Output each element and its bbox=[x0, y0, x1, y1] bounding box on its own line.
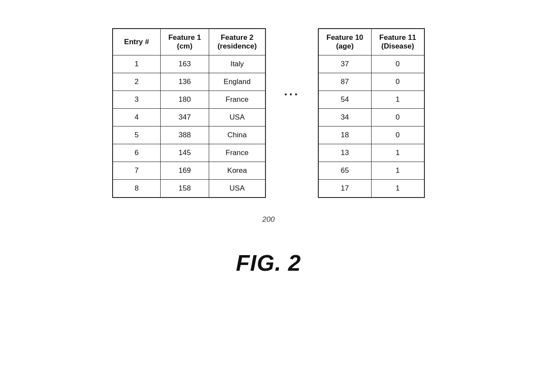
left-table-row: 3180France bbox=[113, 91, 265, 109]
left-table-row: 2136England bbox=[113, 73, 265, 91]
right-cell-feature11-7: 1 bbox=[371, 180, 424, 198]
left-cell-feature2-2: France bbox=[209, 91, 265, 109]
right-table-row: 171 bbox=[318, 180, 424, 198]
right-table-row: 651 bbox=[318, 162, 424, 180]
fig-label: FIG. 2 bbox=[236, 250, 301, 276]
right-table-row: 180 bbox=[318, 126, 424, 144]
left-table-row: 1163Italy bbox=[113, 55, 265, 73]
page-container: Entry # Feature 1(cm) Feature 2(residenc… bbox=[0, 0, 537, 392]
left-table-row: 7169Korea bbox=[113, 162, 265, 180]
right-cell-feature10-5: 13 bbox=[318, 144, 372, 162]
left-cell-feature2-4: China bbox=[209, 126, 265, 144]
tables-section: Entry # Feature 1(cm) Feature 2(residenc… bbox=[112, 28, 425, 198]
left-cell-feature2-5: France bbox=[209, 144, 265, 162]
right-table-row: 370 bbox=[318, 55, 424, 73]
left-cell-feature1-5: 145 bbox=[160, 144, 209, 162]
right-cell-feature11-3: 0 bbox=[371, 109, 424, 126]
right-table-row: 870 bbox=[318, 73, 424, 91]
left-cell-feature1-7: 158 bbox=[160, 180, 209, 198]
right-cell-feature10-2: 54 bbox=[318, 91, 372, 109]
left-cell-feature2-6: Korea bbox=[209, 162, 265, 180]
right-cell-feature10-6: 65 bbox=[318, 162, 372, 180]
left-cell-entry-4: 5 bbox=[113, 126, 160, 144]
header-feature11: Feature 11(Disease) bbox=[371, 29, 424, 55]
right-table: Feature 10(age) Feature 11(Disease) 3708… bbox=[318, 28, 425, 198]
right-table-row: 541 bbox=[318, 91, 424, 109]
header-feature1: Feature 1(cm) bbox=[160, 29, 209, 55]
right-cell-feature10-7: 17 bbox=[318, 180, 372, 198]
right-table-row: 340 bbox=[318, 109, 424, 126]
left-cell-entry-5: 6 bbox=[113, 144, 160, 162]
left-cell-entry-1: 2 bbox=[113, 73, 160, 91]
left-cell-feature2-7: USA bbox=[209, 180, 265, 198]
right-cell-feature11-4: 0 bbox=[371, 126, 424, 144]
right-cell-feature10-4: 18 bbox=[318, 126, 372, 144]
right-cell-feature11-6: 1 bbox=[371, 162, 424, 180]
right-cell-feature10-0: 37 bbox=[318, 55, 372, 73]
left-table-row: 6145France bbox=[113, 144, 265, 162]
right-table-row: 131 bbox=[318, 144, 424, 162]
left-cell-feature1-2: 180 bbox=[160, 91, 209, 109]
figure-number: 200 bbox=[262, 215, 275, 224]
left-cell-feature1-4: 388 bbox=[160, 126, 209, 144]
left-cell-feature1-1: 136 bbox=[160, 73, 209, 91]
header-entry: Entry # bbox=[113, 29, 160, 55]
left-cell-feature2-0: Italy bbox=[209, 55, 265, 73]
right-cell-feature11-0: 0 bbox=[371, 55, 424, 73]
left-cell-entry-7: 8 bbox=[113, 180, 160, 198]
right-cell-feature11-2: 1 bbox=[371, 91, 424, 109]
ellipsis: ... bbox=[266, 28, 318, 98]
right-cell-feature10-1: 87 bbox=[318, 73, 372, 91]
right-table-wrapper: Feature 10(age) Feature 11(Disease) 3708… bbox=[318, 28, 425, 198]
left-table: Entry # Feature 1(cm) Feature 2(residenc… bbox=[112, 28, 266, 198]
left-table-row: 5388China bbox=[113, 126, 265, 144]
left-table-wrapper: Entry # Feature 1(cm) Feature 2(residenc… bbox=[112, 28, 266, 198]
header-feature10: Feature 10(age) bbox=[318, 29, 372, 55]
left-cell-feature1-3: 347 bbox=[160, 109, 209, 126]
left-cell-entry-0: 1 bbox=[113, 55, 160, 73]
right-cell-feature11-5: 1 bbox=[371, 144, 424, 162]
left-cell-feature1-6: 169 bbox=[160, 162, 209, 180]
left-cell-feature1-0: 163 bbox=[160, 55, 209, 73]
right-cell-feature11-1: 0 bbox=[371, 73, 424, 91]
left-cell-feature2-3: USA bbox=[209, 109, 265, 126]
left-cell-feature2-1: England bbox=[209, 73, 265, 91]
header-feature2: Feature 2(residence) bbox=[209, 29, 265, 55]
right-cell-feature10-3: 34 bbox=[318, 109, 372, 126]
left-cell-entry-2: 3 bbox=[113, 91, 160, 109]
left-table-row: 8158USA bbox=[113, 180, 265, 198]
left-cell-entry-6: 7 bbox=[113, 162, 160, 180]
left-table-row: 4347USA bbox=[113, 109, 265, 126]
left-cell-entry-3: 4 bbox=[113, 109, 160, 126]
